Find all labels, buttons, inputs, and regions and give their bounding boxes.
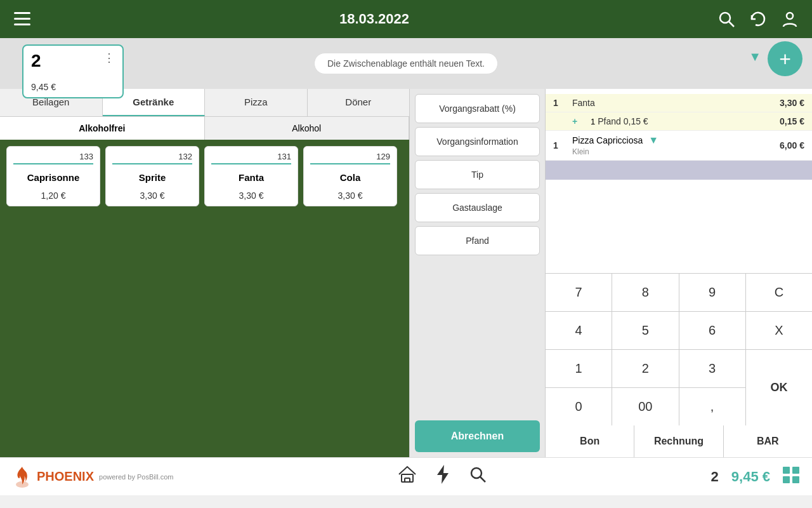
item-qty-fanta: 1	[553, 98, 572, 108]
numpad-3[interactable]: 3	[679, 350, 745, 387]
numpad-2[interactable]: 2	[612, 350, 678, 387]
bon-button[interactable]: Bon	[546, 425, 634, 457]
item-number-fanta: 131	[211, 152, 291, 164]
svg-line-11	[480, 477, 485, 482]
numpad-comma[interactable]: ,	[679, 388, 745, 425]
vorgangsrabatt-button[interactable]: Vorgangsrabatt (%)	[415, 94, 540, 123]
numpad-8[interactable]: 8	[612, 274, 678, 311]
numpad-7[interactable]: 7	[546, 274, 612, 311]
order-options-icon[interactable]: ⋮	[103, 51, 115, 65]
item-price-caprisonne: 1,20 €	[13, 190, 93, 201]
svg-rect-15	[792, 476, 799, 483]
menu-item-cola[interactable]: 129 Cola 3,30 €	[303, 146, 397, 206]
vorgangsinformation-button[interactable]: Vorgangsinformation	[415, 127, 540, 156]
numpad-00[interactable]: 00	[612, 388, 678, 425]
sub-tab-alkoholfrei[interactable]: Alkoholfrei	[0, 117, 205, 140]
bar-button[interactable]: BAR	[724, 425, 812, 457]
actions-panel: Vorgangsrabatt (%) Vorgangsinformation T…	[409, 89, 546, 457]
order-item-pfand[interactable]: + 1 Pfand 0,15 € 0,15 €	[546, 112, 812, 131]
search-icon[interactable]	[717, 10, 736, 29]
header: 18.03.2022	[0, 0, 812, 38]
home-icon[interactable]	[398, 465, 417, 488]
bottom-buttons: Bon Rechnung BAR	[546, 425, 812, 457]
numpad-6[interactable]: 6	[679, 312, 745, 349]
menu-icon[interactable]	[13, 10, 32, 29]
item-qty-pizza: 1	[553, 140, 572, 150]
item-name-caprisonne: Caprisonne	[13, 172, 93, 183]
abrechnen-button[interactable]: Abrechnen	[415, 420, 540, 452]
order-card[interactable]: 2 ⋮ 9,45 €	[22, 44, 124, 98]
svg-point-10	[471, 468, 481, 478]
numpad-c[interactable]: C	[746, 274, 812, 311]
item-name-pizza-order: Pizza Capricciosa	[572, 135, 643, 145]
order-list-footer	[546, 161, 812, 180]
item-price-pizza-order: 6,00 €	[780, 140, 804, 150]
numpad-5[interactable]: 5	[612, 312, 678, 349]
footer-search-icon[interactable]	[469, 465, 487, 488]
grid-icon[interactable]	[783, 467, 799, 487]
numpad: 7 8 9 C 4 5 6 X 1 2 3 OK 0 00 ,	[546, 273, 812, 425]
svg-rect-2	[14, 23, 30, 25]
svg-rect-8	[405, 478, 410, 482]
refresh-icon[interactable]	[749, 10, 768, 29]
pizza-name-block: Pizza Capricciosa ▼ Klein	[572, 135, 780, 156]
rechnung-button[interactable]: Rechnung	[634, 425, 723, 457]
powered-by-text: powered by PosBill.com	[99, 473, 173, 481]
header-right	[717, 10, 799, 29]
tab-pizza[interactable]: Pizza	[205, 89, 308, 116]
item-price-cola: 3,30 €	[310, 190, 390, 201]
footer-order-total: 9,45 €	[731, 469, 770, 485]
numpad-4[interactable]: 4	[546, 312, 612, 349]
item-number-caprisonne: 133	[13, 152, 93, 164]
footer-nav	[398, 465, 487, 488]
item-name-sprite: Sprite	[112, 172, 192, 183]
svg-rect-1	[14, 18, 30, 20]
pizza-expand-icon[interactable]: ▼	[648, 135, 658, 145]
item-price-fanta-order: 3,30 €	[780, 98, 804, 108]
numpad-0[interactable]: 0	[546, 388, 612, 425]
tab-doener[interactable]: Döner	[308, 89, 410, 116]
item-name-fanta-order: Fanta	[572, 98, 780, 108]
user-icon[interactable]	[780, 10, 799, 29]
pizza-sub-name: Klein	[572, 147, 589, 156]
collapse-icon[interactable]: ▼	[749, 50, 761, 64]
notification-bar: 2 ⋮ 9,45 € Die Zwischenablage enthält ne…	[0, 38, 812, 89]
gastauslage-button[interactable]: Gastauslage	[415, 193, 540, 222]
numpad-ok[interactable]: OK	[746, 350, 812, 425]
header-date: 18.03.2022	[339, 11, 409, 27]
order-list: 1 Fanta 3,30 € + 1 Pfand 0,15 € 0,15 € 1…	[546, 89, 812, 273]
item-price-sprite: 3,30 €	[112, 190, 192, 201]
pfand-qty: 1	[591, 117, 595, 126]
add-order-button[interactable]: +	[768, 41, 802, 76]
sub-category-tabs: Alkoholfrei Alkohol	[0, 117, 409, 140]
numpad-9[interactable]: 9	[679, 274, 745, 311]
svg-point-3	[720, 13, 730, 23]
item-name-pfand-order: Pfand 0,15 €	[598, 116, 780, 126]
item-price-fanta: 3,30 €	[211, 190, 291, 201]
numpad-1[interactable]: 1	[546, 350, 612, 387]
item-name-fanta: Fanta	[211, 172, 291, 183]
item-number-sprite: 132	[112, 152, 192, 164]
main-content: Beilagen Getränke Pizza Döner Alkoholfre…	[0, 89, 812, 457]
svg-marker-9	[437, 465, 449, 484]
order-item-pizza[interactable]: 1 Pizza Capricciosa ▼ Klein 6,00 €	[546, 131, 812, 161]
svg-rect-0	[14, 12, 30, 14]
lightning-icon[interactable]	[436, 465, 450, 488]
pfand-button[interactable]: Pfand	[415, 226, 540, 255]
numpad-x[interactable]: X	[746, 312, 812, 349]
menu-item-fanta[interactable]: 131 Fanta 3,30 €	[204, 146, 298, 206]
menu-item-sprite[interactable]: 132 Sprite 3,30 €	[105, 146, 199, 206]
order-item-fanta[interactable]: 1 Fanta 3,30 €	[546, 94, 812, 112]
plus-icon: +	[779, 49, 791, 69]
tip-button[interactable]: Tip	[415, 160, 540, 189]
footer: PHOENIX powered by PosBill.com 2 9,45 €	[0, 457, 812, 495]
sub-tab-alkohol[interactable]: Alkohol	[205, 117, 410, 140]
menu-item-caprisonne[interactable]: 133 Caprisonne 1,20 €	[6, 146, 100, 206]
header-left	[13, 10, 32, 29]
brand-name: PHOENIX	[37, 469, 94, 484]
svg-rect-12	[783, 467, 790, 474]
order-number: 2	[31, 51, 41, 71]
item-price-pfand-order: 0,15 €	[780, 116, 804, 126]
svg-rect-13	[792, 467, 799, 474]
item-number-cola: 129	[310, 152, 390, 164]
